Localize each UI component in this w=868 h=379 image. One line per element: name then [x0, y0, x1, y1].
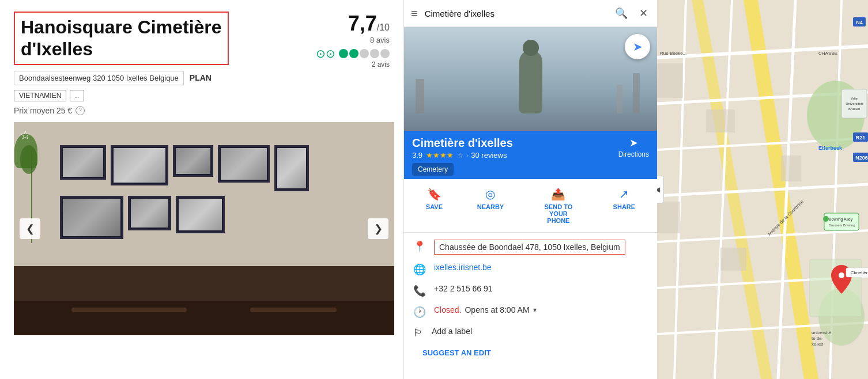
send-to-phone-icon: 📤 — [551, 187, 565, 201]
photo-gallery: ☆ ❮ ❯ — [14, 122, 394, 335]
ta-reviews-small: 2 avis — [316, 60, 390, 69]
svg-text:Brussel: Brussel — [848, 107, 860, 111]
gm-hours-row: 🕐 Closed. Opens at 8:00 AM ▾ — [413, 305, 648, 319]
gm-search-button[interactable]: 🔍 — [613, 5, 630, 22]
gm-save-action[interactable]: 🔖 SAVE — [426, 187, 443, 224]
svg-rect-17 — [706, 109, 735, 132]
save-label: SAVE — [426, 203, 443, 210]
svg-rect-34 — [824, 213, 859, 230]
gm-photo-content — [404, 27, 657, 131]
gm-open-time-text: Opens at 8:00 AM — [465, 305, 529, 314]
address-row: Boondaalsesteenweg 320 1050 Ixelles Belg… — [14, 71, 390, 85]
frame-6 — [60, 196, 123, 239]
frame-2 — [111, 145, 168, 185]
gm-header: ≡ Cimetière d'ixelles 🔍 ✕ — [404, 0, 657, 27]
map-background: N4 R21 N206 Rue Beeke... CHASSE Etterbee… — [657, 0, 868, 379]
table-area — [14, 266, 394, 335]
hotel-title-line2: d'Ixelles — [21, 38, 222, 60]
svg-text:CHASSE: CHASSE — [818, 51, 837, 56]
gallery-prev-button[interactable]: ❮ — [20, 218, 40, 239]
gm-stars-icon: ★★★★ — [426, 151, 454, 160]
globe-icon: 🌐 — [413, 263, 426, 276]
frame-8 — [176, 196, 225, 233]
gm-place-photo: ➤ — [404, 27, 657, 131]
svg-text:Bowling Alley: Bowling Alley — [829, 217, 853, 222]
prix-label: Prix moyen 25 € — [14, 106, 72, 115]
svg-text:te de: te de — [812, 336, 822, 341]
svg-text:Rue Beeke...: Rue Beeke... — [660, 51, 686, 56]
frame-1 — [60, 145, 106, 180]
gm-directions-label[interactable]: ➤ Directions — [618, 137, 649, 158]
gm-nearby-action[interactable]: ◎ NEARBY — [477, 187, 504, 224]
hotel-title-box: Hanoisquare Cimetière d'Ixelles — [14, 12, 229, 65]
svg-point-35 — [823, 216, 829, 222]
svg-text:xelles: xelles — [812, 342, 823, 347]
rating-out-of: /10 — [377, 22, 390, 32]
address-text: Boondaalsesteenweg 320 1050 Ixelles Belg… — [14, 71, 184, 85]
hamburger-menu-icon[interactable]: ≡ — [411, 7, 418, 20]
save-icon: 🔖 — [427, 187, 441, 201]
collapse-sidebar-button[interactable]: ◀ — [657, 176, 664, 203]
ta-circles — [339, 49, 390, 58]
help-icon[interactable]: ? — [76, 106, 85, 115]
gallery-next-button[interactable]: ❯ — [368, 218, 388, 239]
svg-text:N206: N206 — [855, 155, 868, 161]
star-icon: ☆ — [20, 128, 31, 142]
send-to-phone-label: SEND TO YOUR PHONE — [538, 203, 579, 224]
favorite-button[interactable]: ☆ — [20, 128, 31, 143]
gm-actions-bar: 🔖 SAVE ◎ NEARBY 📤 SEND TO YOUR PHONE ↗ S… — [404, 179, 657, 233]
gm-phone-text: +32 2 515 66 91 — [434, 284, 493, 293]
gm-close-button[interactable]: ✕ — [637, 5, 650, 22]
gm-label-row: 🏳 Add a label — [413, 327, 648, 339]
chevron-right-icon: ❯ — [374, 222, 383, 235]
hours-content: Closed. Opens at 8:00 AM ▾ — [434, 305, 537, 314]
svg-text:N4: N4 — [856, 20, 863, 25]
tag-dots[interactable]: .. — [70, 90, 84, 101]
chevron-down-icon[interactable]: ▾ — [533, 306, 537, 314]
gm-add-label-text[interactable]: Add a label — [432, 327, 472, 336]
map-panel: ◀ N4 — [657, 0, 868, 379]
gm-closed-text: Closed. — [434, 305, 461, 314]
svg-text:Brussels Bowling: Brussels Bowling — [829, 223, 855, 227]
clock-icon: 🕐 — [413, 306, 426, 319]
gm-website-row: 🌐 ixelles.irisnet.be — [413, 263, 648, 276]
gm-address-text: Chaussée de Boondael 478, 1050 Ixelles, … — [434, 240, 625, 255]
suggest-edit-link[interactable]: SUGGEST AN EDIT — [404, 348, 657, 357]
nearby-label: NEARBY — [477, 203, 504, 210]
phone-icon: 📞 — [413, 285, 426, 297]
ta-circle-2 — [349, 49, 358, 58]
gm-share-action[interactable]: ↗ SHARE — [613, 187, 636, 224]
prix-moyen: Prix moyen 25 € ? — [14, 106, 390, 115]
directions-fab-button[interactable]: ➤ — [625, 34, 650, 59]
gm-info-bar: Cimetière d'ixelles 3.9 ★★★★ ☆ · 30 revi… — [404, 131, 657, 179]
share-label: SHARE — [613, 203, 636, 210]
svg-point-41 — [839, 272, 844, 278]
google-maps-sidebar: ≡ Cimetière d'ixelles 🔍 ✕ ➤ Cimetière d'… — [403, 0, 657, 379]
rating-area: 7,7/10 8 avis ⊙⊙ 2 avis — [316, 12, 390, 69]
gm-category-button[interactable]: Cemetery — [412, 163, 454, 176]
gm-rating-score: 3.9 — [412, 151, 422, 160]
close-icon: ✕ — [639, 7, 648, 19]
frame-7 — [128, 196, 171, 230]
ta-circle-1 — [339, 49, 348, 58]
gm-send-to-phone-action[interactable]: 📤 SEND TO YOUR PHONE — [538, 187, 579, 224]
gm-website-text[interactable]: ixelles.irisnet.be — [434, 263, 492, 272]
tags-row: VIETNAMIEN .. — [14, 90, 390, 101]
flag-icon: 🏳 — [413, 327, 424, 339]
gm-details: 📍 Chaussée de Boondael 478, 1050 Ixelles… — [404, 233, 657, 346]
search-icon: 🔍 — [615, 7, 628, 19]
svg-text:Vrije: Vrije — [851, 97, 858, 100]
gm-search-text: Cimetière d'ixelles — [425, 9, 606, 18]
gm-address-row: 📍 Chaussée de Boondael 478, 1050 Ixelles… — [413, 240, 648, 255]
share-icon: ↗ — [619, 187, 629, 201]
svg-text:Cimetière d'ixelles: Cimetière d'ixelles — [851, 270, 868, 275]
svg-rect-18 — [781, 156, 801, 181]
svg-rect-16 — [657, 63, 683, 98]
hotel-title-line1: Hanoisquare Cimetière — [21, 16, 222, 38]
tag-vietnamien[interactable]: VIETNAMIEN — [14, 90, 66, 101]
plan-link[interactable]: PLAN — [190, 73, 212, 82]
nearby-icon: ◎ — [485, 187, 495, 201]
gm-phone-row: 📞 +32 2 515 66 91 — [413, 284, 648, 297]
svg-rect-20 — [720, 248, 746, 271]
chevron-left-icon: ❮ — [26, 222, 35, 235]
